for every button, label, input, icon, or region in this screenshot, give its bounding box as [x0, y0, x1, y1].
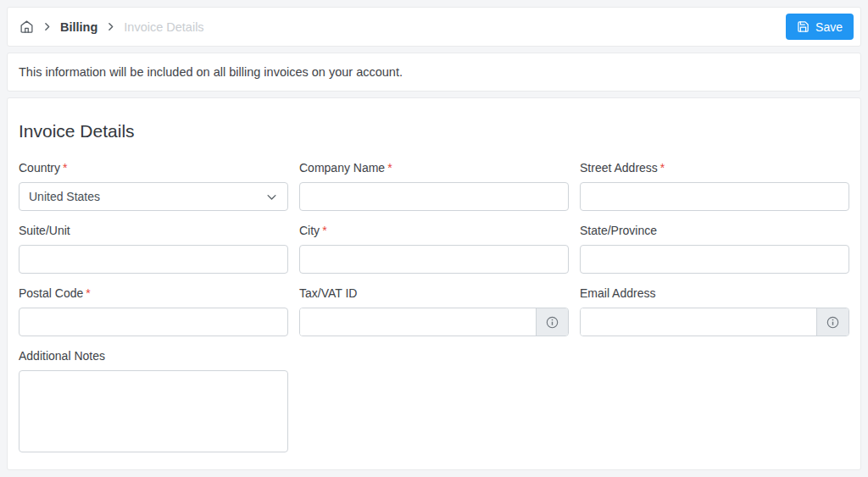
field-additional-notes: Additional Notes	[19, 349, 288, 456]
save-button-label: Save	[815, 20, 843, 34]
additional-notes-textarea[interactable]	[19, 370, 288, 452]
country-select-value: United States	[29, 190, 100, 203]
suite-unit-input[interactable]	[19, 245, 288, 274]
field-label: Tax/VAT ID	[299, 286, 569, 300]
required-marker: *	[322, 224, 326, 237]
info-circle-icon[interactable]	[536, 308, 568, 336]
invoice-details-card: Invoice Details Country* United States C…	[7, 97, 861, 470]
city-input[interactable]	[299, 245, 569, 274]
field-label: Postal Code*	[19, 286, 288, 300]
home-icon[interactable]	[19, 19, 34, 34]
email-address-input[interactable]	[581, 308, 816, 336]
field-company-name: Company Name*	[299, 161, 569, 211]
company-name-input[interactable]	[299, 182, 569, 211]
postal-code-input[interactable]	[19, 308, 288, 336]
billing-invoice-details-page: Billing Invoice Details Save This inform…	[0, 0, 868, 477]
field-street-address: Street Address*	[580, 161, 849, 211]
required-marker: *	[86, 286, 90, 300]
field-label: Company Name*	[299, 161, 569, 175]
field-email-address: Email Address	[580, 286, 849, 336]
country-select[interactable]: United States	[19, 182, 288, 211]
field-tax-vat-id: Tax/VAT ID	[299, 286, 569, 336]
page-title: Invoice Details	[19, 121, 849, 141]
breadcrumb-item-billing[interactable]: Billing	[60, 20, 97, 34]
field-label: Email Address	[580, 286, 849, 300]
field-label: City*	[299, 224, 569, 237]
required-marker: *	[387, 161, 392, 175]
field-label: State/Province	[580, 224, 849, 237]
field-label: Street Address*	[580, 161, 849, 175]
street-address-input[interactable]	[580, 182, 849, 211]
chevron-right-icon	[105, 21, 116, 32]
field-label: Suite/Unit	[19, 224, 288, 237]
breadcrumb-item-invoice-details: Invoice Details	[124, 20, 203, 34]
field-city: City*	[299, 224, 569, 274]
field-state-province: State/Province	[580, 224, 849, 274]
save-button[interactable]: Save	[786, 14, 854, 40]
state-province-input[interactable]	[580, 245, 849, 274]
tax-vat-id-input[interactable]	[300, 308, 536, 336]
notice-text: This information will be included on all…	[19, 65, 403, 79]
email-input-group	[580, 308, 849, 336]
field-label: Additional Notes	[19, 349, 288, 363]
info-circle-icon[interactable]	[816, 308, 849, 336]
field-postal-code: Postal Code*	[19, 286, 288, 336]
field-country: Country* United States	[19, 161, 288, 211]
save-icon	[797, 20, 810, 33]
invoice-form: Country* United States Company Name* Str…	[19, 161, 849, 456]
field-label: Country*	[19, 161, 288, 175]
field-suite-unit: Suite/Unit	[19, 224, 288, 274]
required-marker: *	[660, 161, 665, 175]
notice-bar: This information will be included on all…	[7, 53, 861, 92]
chevron-right-icon	[42, 21, 53, 32]
chevron-down-icon	[265, 191, 278, 203]
tax-vat-input-group	[299, 308, 569, 336]
required-marker: *	[63, 161, 67, 175]
breadcrumb-bar: Billing Invoice Details Save	[7, 7, 861, 47]
